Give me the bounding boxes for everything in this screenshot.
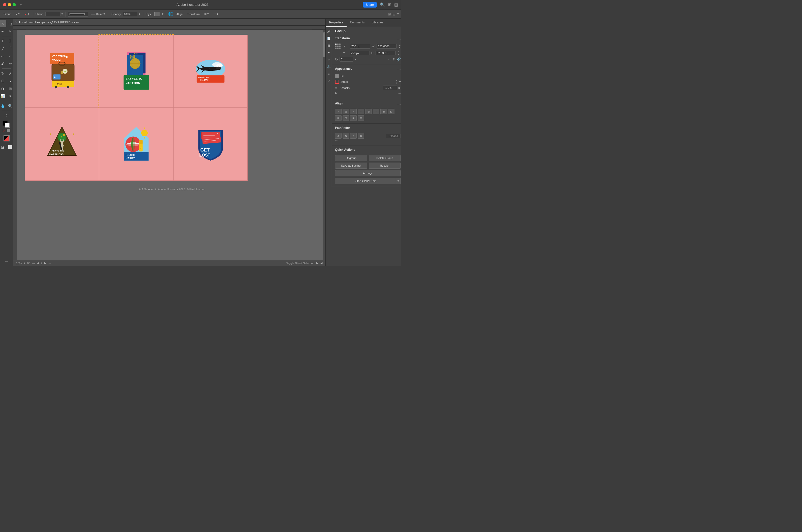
recolor-button[interactable]: Recolor bbox=[369, 163, 401, 169]
grid-icon[interactable]: ⊞ bbox=[388, 12, 391, 16]
panel-icon-layers[interactable]: 📄 bbox=[326, 36, 332, 41]
align-top-btn[interactable]: ⬝ bbox=[358, 109, 364, 114]
panels-icon[interactable]: ▤ bbox=[394, 2, 398, 7]
mode-selector[interactable]: Group bbox=[2, 12, 13, 16]
stroke-input[interactable] bbox=[45, 12, 60, 16]
chart-tool[interactable]: 📊 bbox=[0, 93, 6, 100]
paintbrush-tool[interactable]: 🖌 bbox=[0, 60, 6, 67]
ungroup-button[interactable]: Ungroup bbox=[335, 155, 367, 161]
rotate-tool[interactable]: ↻ bbox=[0, 70, 6, 77]
panel-icon-grid[interactable]: ⊞ bbox=[326, 42, 332, 49]
x-input[interactable] bbox=[350, 44, 370, 49]
distribute-center-h-btn[interactable]: ⊡ bbox=[388, 109, 395, 114]
transform-more[interactable]: ··· bbox=[398, 37, 401, 41]
type-area-tool[interactable]: T̲ bbox=[7, 38, 13, 44]
w-down[interactable]: ▼ bbox=[399, 46, 401, 49]
windows-icon[interactable]: ⊞ bbox=[388, 2, 391, 7]
close-button[interactable] bbox=[3, 3, 6, 6]
h-input[interactable] bbox=[376, 51, 396, 55]
select-tool[interactable]: ◹ bbox=[0, 20, 6, 27]
stroke-up[interactable]: ▲ bbox=[396, 79, 398, 81]
search-icon[interactable]: 🔍 bbox=[380, 2, 385, 7]
menu-icon[interactable]: ≡ bbox=[397, 12, 399, 16]
panel-icon-layers2[interactable]: ≡ bbox=[326, 71, 332, 77]
direct-select-tool[interactable]: ⬚ bbox=[7, 20, 13, 27]
layout-icon[interactable]: ⊟ bbox=[393, 12, 396, 16]
pathfinder-intersect[interactable]: ⊗ bbox=[350, 133, 357, 139]
align-button[interactable]: Align bbox=[175, 12, 184, 16]
brush-tool[interactable]: 🖌 ▾ bbox=[23, 12, 31, 16]
distribute-right-btn[interactable]: ⊠ bbox=[335, 115, 342, 121]
pathfinder-minus-front[interactable]: ⊖ bbox=[343, 133, 349, 139]
maximize-button[interactable] bbox=[13, 3, 16, 6]
distribute-bottom-btn[interactable]: ⊟ bbox=[358, 115, 364, 121]
appearance-more[interactable]: ··· bbox=[398, 68, 401, 72]
free-distort-tool[interactable]: ⬧ bbox=[7, 77, 13, 84]
panel-icon-brush[interactable]: 🖌 bbox=[326, 28, 332, 35]
artboard-1[interactable]: VACATION MODE: bbox=[25, 35, 99, 108]
distribute-center-v-btn[interactable]: ⊞ bbox=[350, 115, 357, 121]
transform-grid-icon[interactable] bbox=[335, 43, 341, 49]
gray-swatch[interactable] bbox=[7, 129, 10, 132]
stroke-dropdown[interactable]: ▾ bbox=[399, 80, 401, 83]
stroke-fill-indicator[interactable] bbox=[3, 121, 10, 128]
home-icon[interactable]: ⌂ bbox=[20, 2, 22, 7]
artboard-2[interactable]: PASS PORT PASS PORT bbox=[99, 35, 173, 108]
pathfinder-exclude[interactable]: ⊘ bbox=[358, 133, 364, 139]
rotate-chevron[interactable]: ▾ bbox=[355, 58, 357, 61]
scale-tool[interactable]: ⤢ bbox=[7, 70, 13, 77]
magnify-tool[interactable]: 🔍 bbox=[7, 102, 13, 110]
mesh-tool[interactable]: ⊞ bbox=[7, 85, 13, 92]
flip-v-icon[interactable]: ⇕ bbox=[393, 57, 396, 61]
share-button[interactable]: Share bbox=[363, 2, 377, 7]
curvature-tool[interactable]: ∿ bbox=[7, 28, 13, 35]
y-input[interactable] bbox=[350, 51, 370, 55]
opacity-arrow-right[interactable]: ▶ bbox=[399, 86, 401, 90]
align-bottom-btn[interactable]: ⬞ bbox=[373, 109, 379, 114]
start-global-edit-chevron[interactable]: ▾ bbox=[396, 178, 401, 184]
zoom-chevron[interactable]: ▾ bbox=[24, 262, 25, 265]
screen-mode-tool[interactable]: ◪ bbox=[0, 144, 6, 151]
globe-icon[interactable]: 🌐 bbox=[168, 12, 173, 16]
transform-button[interactable]: Transform bbox=[186, 12, 201, 16]
save-as-symbol-button[interactable]: Save as Symbol bbox=[335, 163, 367, 169]
special-swatch[interactable] bbox=[2, 134, 11, 143]
opacity-input[interactable] bbox=[123, 12, 138, 16]
basic-dropdown[interactable]: — Basic ▾ bbox=[89, 11, 107, 17]
more-tools[interactable]: ··· bbox=[3, 258, 10, 265]
stroke-down[interactable]: ▼ bbox=[396, 82, 398, 84]
fx-more[interactable]: ··· bbox=[398, 92, 401, 95]
artboard-6[interactable]: ✕ GET LOST bbox=[173, 108, 248, 181]
line-tool[interactable]: ╱ bbox=[0, 45, 6, 52]
align-center-v-btn[interactable]: ⊟ bbox=[365, 109, 372, 114]
selection-expand[interactable]: ◀ bbox=[321, 262, 323, 265]
panel-icon-expand[interactable]: ⤢ bbox=[326, 78, 332, 84]
align-more[interactable]: ··· bbox=[398, 102, 401, 107]
nav-start[interactable]: ⏮ bbox=[32, 262, 35, 265]
h-down[interactable]: ▼ bbox=[398, 53, 400, 56]
start-global-edit-button[interactable]: Start Global Edit bbox=[335, 178, 396, 184]
tab-close-button[interactable]: ✕ bbox=[15, 20, 18, 24]
stroke-color-preview[interactable] bbox=[68, 12, 88, 17]
flip-h-icon[interactable]: ⇔ bbox=[388, 57, 391, 61]
rotate-input[interactable] bbox=[340, 57, 353, 62]
more-options[interactable]: ⋯ ▾ bbox=[212, 12, 220, 16]
w-up[interactable]: ▲ bbox=[399, 44, 401, 46]
symbol-tool[interactable]: ⁕ bbox=[7, 93, 13, 100]
minimize-button[interactable] bbox=[8, 3, 11, 6]
w-input[interactable] bbox=[377, 44, 397, 49]
align-left-btn[interactable]: ⬝ bbox=[335, 109, 342, 114]
artboard-4[interactable]: 7 bbox=[25, 108, 99, 181]
question-tool-bottom[interactable]: ? bbox=[3, 112, 10, 119]
none-swatch[interactable] bbox=[3, 129, 6, 132]
arc-tool[interactable]: ⌒ bbox=[7, 45, 13, 52]
artboard-5[interactable]: SPF BEACH HAPPY bbox=[99, 108, 173, 181]
canvas-scroll[interactable]: VACATION MODE: bbox=[17, 30, 325, 260]
toggle-arrow[interactable]: ▶ bbox=[316, 262, 318, 265]
toggle-direct-selection[interactable]: Toggle Direct Selection bbox=[286, 262, 314, 265]
scroll-track[interactable] bbox=[323, 30, 325, 260]
warp-tool[interactable]: ⎔ bbox=[0, 77, 6, 84]
h-up[interactable]: ▲ bbox=[398, 51, 400, 53]
nav-prev[interactable]: ◀ bbox=[37, 262, 39, 265]
transform-controls[interactable]: ⊞ ▾ bbox=[203, 12, 210, 16]
